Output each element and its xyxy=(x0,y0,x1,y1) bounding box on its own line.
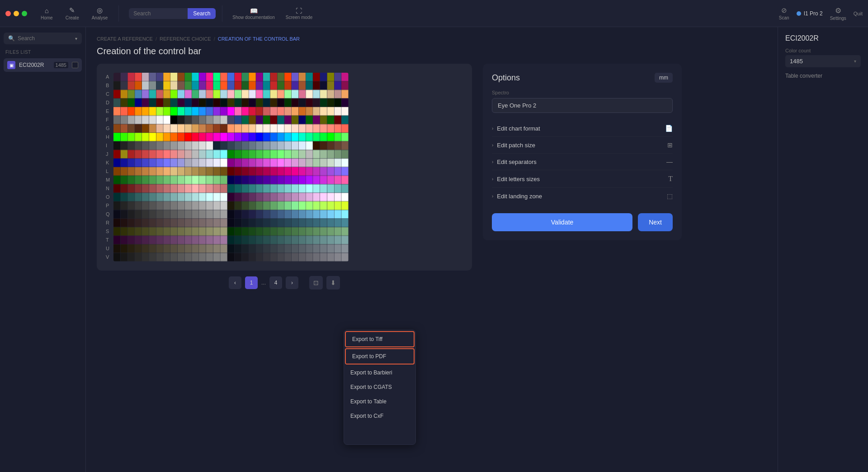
options-actions: Validate Next xyxy=(492,213,673,231)
file-item-checkbox[interactable] xyxy=(72,62,78,68)
color-count-arrow: ▾ xyxy=(854,59,856,64)
unit-badge[interactable]: mm xyxy=(655,73,673,83)
breadcrumb-create-reference: CREATE A REFERENCE xyxy=(97,36,153,42)
spectro-input[interactable] xyxy=(492,98,673,113)
settings-section[interactable]: ⚙ Settings xyxy=(830,6,846,21)
breadcrumb: CREATE A REFERENCE / REFERENCE CHOICE / … xyxy=(97,36,767,42)
scan-icon: ⊘ xyxy=(781,6,787,14)
breadcrumb-sep-1: / xyxy=(156,36,157,42)
edit-patch-size-left: › Edit patch size xyxy=(492,142,535,149)
row-label: Q xyxy=(106,210,110,219)
row-label: R xyxy=(106,219,110,227)
topbar-right: ⊘ Scan I1 Pro 2 ⚙ Settings Quit xyxy=(779,6,863,21)
sidebar-search-dropdown[interactable]: ▾ xyxy=(75,36,77,41)
sidebar: 🔍 ▾ FILES LIST ▣ ECI2002R 1485 xyxy=(0,27,86,472)
next-page-button[interactable]: › xyxy=(286,276,298,289)
edit-landing-zone-row[interactable]: › Edit landing zone ⬚ xyxy=(492,188,673,204)
home-nav[interactable]: ⌂ Home xyxy=(36,5,57,22)
nav-separator xyxy=(118,5,119,22)
letters-sizes-icon: T xyxy=(668,175,673,183)
download-button[interactable]: ⬇ xyxy=(326,276,340,290)
edit-chart-format-left: › Edit chart format xyxy=(492,125,540,132)
row-label: E xyxy=(106,107,110,116)
color-count-number: 1485 xyxy=(790,58,803,65)
analyse-label: Analyse xyxy=(92,15,108,20)
spectro-dot xyxy=(797,11,801,16)
chart-format-icon: 📄 xyxy=(665,125,673,132)
chevron-icon-4: › xyxy=(492,177,493,182)
spectro-section: I1 Pro 2 xyxy=(797,10,823,17)
color-count-value: 1485 ▾ xyxy=(785,55,861,67)
breadcrumb-reference-choice: REFERENCE CHOICE xyxy=(160,36,211,42)
validate-button[interactable]: Validate xyxy=(492,213,632,231)
scan-section: ⊘ Scan xyxy=(779,6,789,20)
edit-landing-zone-left: › Edit landing zone xyxy=(492,193,542,200)
row-label: T xyxy=(106,236,110,244)
sidebar-search: 🔍 ▾ xyxy=(4,33,82,44)
file-item[interactable]: ▣ ECI2002R 1485 xyxy=(4,58,82,72)
export-table-item[interactable]: Export to Table xyxy=(344,394,415,409)
traffic-lights xyxy=(5,11,27,16)
screen-mode-icon: ⛶ xyxy=(296,7,302,14)
minimize-traffic-light[interactable] xyxy=(14,11,19,16)
chevron-icon: › xyxy=(492,126,493,131)
options-header: Options mm xyxy=(492,73,673,83)
search-separator xyxy=(222,5,222,22)
sidebar-search-input[interactable] xyxy=(18,35,72,42)
search-input[interactable] xyxy=(129,8,188,19)
analyse-icon: ◎ xyxy=(95,6,104,14)
row-label: D xyxy=(106,98,110,107)
maximize-traffic-light[interactable] xyxy=(22,11,27,16)
chevron-icon-2: › xyxy=(492,143,493,148)
documentation-icon: 📖 xyxy=(250,7,258,14)
export-cgats-item[interactable]: Export to CGATS xyxy=(344,380,415,394)
table-converter-label: Table converter xyxy=(785,73,861,79)
prev-page-button[interactable]: ‹ xyxy=(229,276,241,289)
show-documentation-label: Show documentation xyxy=(232,15,274,20)
chart-container: ABCDEFGHIJKLMNOPQRSTUV xyxy=(97,64,472,271)
edit-chart-format-row[interactable]: › Edit chart format 📄 xyxy=(492,120,673,137)
patch-size-icon: ⊞ xyxy=(667,141,673,149)
row-label: S xyxy=(106,227,110,236)
screen-mode-label: Screen mode xyxy=(286,15,312,20)
crop-button[interactable]: ⊡ xyxy=(309,276,323,290)
edit-patch-size-label: Edit patch size xyxy=(497,142,535,149)
row-label: C xyxy=(106,90,110,98)
search-icon: 🔍 xyxy=(8,35,15,42)
search-button[interactable]: Search xyxy=(188,8,216,19)
export-cxf-item[interactable]: Export to CxF xyxy=(344,409,415,423)
edit-patch-size-row[interactable]: › Edit patch size ⊞ xyxy=(492,137,673,154)
quit-button[interactable]: Quit xyxy=(854,11,863,16)
right-panel: ECI2002R Color count 1485 ▾ Table conver… xyxy=(778,27,868,472)
screen-mode-nav[interactable]: ⛶ Screen mode xyxy=(282,5,316,22)
row-label: K xyxy=(106,159,110,167)
next-button[interactable]: Next xyxy=(638,213,673,231)
close-traffic-light[interactable] xyxy=(5,11,11,16)
row-label: U xyxy=(106,244,110,253)
scan-label: Scan xyxy=(779,15,789,20)
edit-letters-sizes-row[interactable]: › Edit letters sizes T xyxy=(492,170,673,188)
page-ellipsis: ... xyxy=(261,280,266,286)
breadcrumb-sep-2: / xyxy=(214,36,215,42)
export-tiff-item[interactable]: Export to Tiff xyxy=(345,331,415,347)
create-nav[interactable]: ✎ Create xyxy=(61,5,84,22)
row-label: I xyxy=(106,141,110,150)
landing-zone-icon: ⬚ xyxy=(667,192,673,200)
export-dropdown: Export to Tiff Export to PDF Export to B… xyxy=(344,330,416,445)
row-label: V xyxy=(106,253,110,262)
page-1-button[interactable]: 1 xyxy=(245,276,258,289)
chevron-icon-3: › xyxy=(492,159,493,164)
color-count-label: Color count xyxy=(785,48,861,53)
row-label: A xyxy=(106,73,110,81)
edit-separators-left: › Edit separators xyxy=(492,159,537,165)
breadcrumb-active: CREATION OF THE CONTROL BAR xyxy=(218,36,300,42)
edit-landing-zone-label: Edit landing zone xyxy=(497,193,542,200)
analyse-nav[interactable]: ◎ Analyse xyxy=(87,5,113,22)
export-pdf-item[interactable]: Export to PDF xyxy=(345,348,415,365)
row-label: J xyxy=(106,150,110,159)
color-chart xyxy=(113,73,349,262)
edit-separators-row[interactable]: › Edit separators — xyxy=(492,154,673,170)
export-barbieri-item[interactable]: Export to Barbieri xyxy=(344,365,415,380)
page-4-button[interactable]: 4 xyxy=(269,276,282,289)
show-documentation-nav[interactable]: 📖 Show documentation xyxy=(229,5,278,22)
